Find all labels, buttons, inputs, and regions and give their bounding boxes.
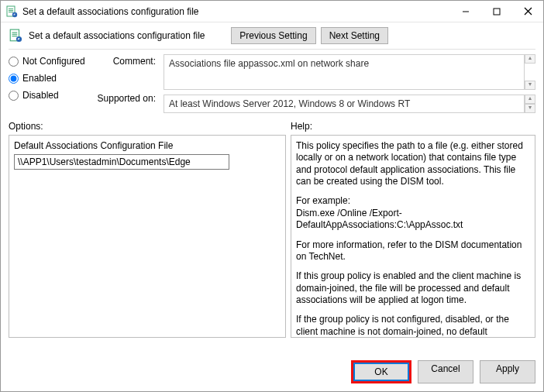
options-heading: Options: bbox=[9, 121, 291, 132]
apply-button[interactable]: Apply bbox=[480, 360, 535, 383]
next-setting-button[interactable]: Next Setting bbox=[321, 27, 388, 44]
help-paragraph: For more information, refer to the DISM … bbox=[296, 239, 530, 263]
help-paragraph: If this group policy is enabled and the … bbox=[296, 270, 530, 306]
window-buttons bbox=[450, 1, 543, 22]
app-icon bbox=[5, 5, 18, 18]
option-field-label: Default Associations Configuration File bbox=[14, 140, 281, 151]
radio-enabled[interactable]: Enabled bbox=[9, 73, 86, 84]
supported-stepper: ▴ ▾ bbox=[525, 95, 535, 113]
supported-step-up[interactable]: ▴ bbox=[525, 95, 535, 104]
comment-textarea[interactable] bbox=[164, 54, 525, 90]
radio-not-configured[interactable]: Not Configured bbox=[9, 56, 86, 67]
comment-stepper: ▴ ▾ bbox=[525, 54, 535, 90]
help-paragraph: For example:Dism.exe /Online /Export-Def… bbox=[296, 195, 530, 231]
radio-disabled-label: Disabled bbox=[22, 90, 59, 101]
previous-setting-button[interactable]: Previous Setting bbox=[231, 27, 315, 44]
svg-rect-6 bbox=[494, 9, 500, 15]
radio-enabled-input[interactable] bbox=[9, 74, 19, 84]
supported-on-label: Supported on: bbox=[94, 93, 156, 104]
svg-rect-12 bbox=[12, 36, 18, 36]
comment-step-down[interactable]: ▾ bbox=[525, 81, 535, 90]
help-paragraph: If the group policy is not configured, d… bbox=[296, 314, 530, 338]
radio-enabled-label: Enabled bbox=[22, 73, 57, 84]
options-pane: Default Associations Configuration File bbox=[9, 135, 286, 338]
help-pane: This policy specifies the path to a file… bbox=[291, 135, 535, 338]
minimize-button[interactable] bbox=[450, 1, 481, 22]
radio-not-configured-input[interactable] bbox=[9, 57, 19, 67]
maximize-button[interactable] bbox=[481, 1, 512, 22]
comment-step-up[interactable]: ▴ bbox=[525, 54, 535, 64]
radio-disabled[interactable]: Disabled bbox=[9, 90, 86, 101]
ok-button[interactable]: OK bbox=[353, 363, 409, 381]
svg-rect-10 bbox=[12, 33, 18, 33]
radio-not-configured-label: Not Configured bbox=[22, 56, 85, 67]
svg-rect-1 bbox=[9, 9, 13, 9]
policy-title: Set a default associations configuration… bbox=[29, 30, 205, 41]
option-field-input[interactable] bbox=[14, 154, 229, 170]
radio-disabled-input[interactable] bbox=[9, 91, 19, 101]
policy-icon bbox=[9, 29, 22, 43]
close-button[interactable] bbox=[512, 1, 543, 22]
dialog-window: Set a default associations configuration… bbox=[0, 0, 544, 392]
supported-on-text: At least Windows Server 2012, Windows 8 … bbox=[169, 98, 410, 109]
ok-highlight: OK bbox=[351, 360, 411, 383]
help-heading: Help: bbox=[291, 121, 535, 132]
titlebar: Set a default associations configuration… bbox=[1, 1, 543, 22]
help-paragraph: This policy specifies the path to a file… bbox=[296, 140, 530, 187]
comment-label: Comment: bbox=[94, 56, 156, 67]
svg-rect-2 bbox=[9, 10, 13, 11]
svg-rect-3 bbox=[9, 12, 13, 12]
supported-on-field: At least Windows Server 2012, Windows 8 … bbox=[164, 95, 525, 113]
dialog-footer: OK Cancel Apply bbox=[351, 360, 535, 383]
svg-rect-11 bbox=[12, 34, 18, 35]
separator bbox=[9, 49, 535, 50]
supported-step-down[interactable]: ▾ bbox=[525, 104, 535, 113]
cancel-button[interactable]: Cancel bbox=[418, 360, 473, 383]
window-title: Set a default associations configuration… bbox=[22, 6, 450, 17]
